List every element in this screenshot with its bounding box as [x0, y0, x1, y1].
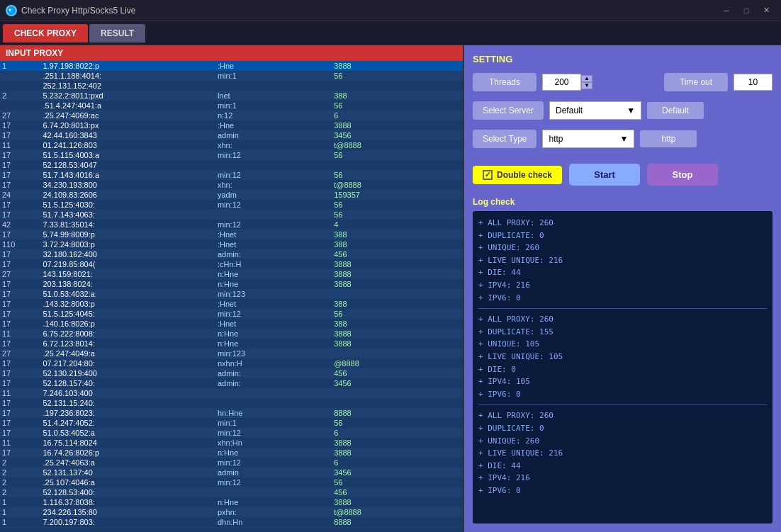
table-row[interactable]: 110 3.72.24:8003:p :Hnet 388	[0, 239, 463, 249]
close-button[interactable]: ✕	[757, 4, 775, 18]
start-button[interactable]: Start	[569, 164, 640, 186]
proxy-num: 27	[0, 269, 40, 279]
proxy-ip: 34.230.193:800	[40, 180, 215, 190]
table-row[interactable]: 11 01.241.126:803 xhn: t@8888	[0, 140, 463, 150]
table-row[interactable]: 27 143.159:8021: n:Hne 3888	[0, 269, 463, 279]
table-row[interactable]: 2 .25.247:4063:a min:12 6	[0, 458, 463, 468]
threads-input[interactable]	[542, 74, 581, 91]
double-check-label[interactable]: ✓ Double check	[473, 166, 562, 184]
double-check-checkbox[interactable]: ✓	[483, 170, 493, 180]
table-row[interactable]: 17 203.138:8024: n:Hne 3888	[0, 279, 463, 289]
table-row[interactable]: 17 51.0.53:4052:a min:12 6	[0, 428, 463, 438]
proxy-type: min:12	[215, 477, 332, 487]
proxy-scroll-area[interactable]: 1 1.97.198:8022:p :Hne 3888 .251.1.188:4…	[0, 61, 463, 528]
table-row[interactable]: 17 52.131.15:240:	[0, 398, 463, 408]
table-row[interactable]: 1 96.74.93:8029: :cHne 3888	[0, 527, 463, 528]
table-row[interactable]: 1 234.226.135:80 pxhn: t@8888	[0, 507, 463, 517]
table-row[interactable]: 11 6.75.222:8008: n:Hne 3888	[0, 329, 463, 339]
proxy-user: t@8888	[332, 140, 463, 150]
proxy-ip: 52.131.137:40	[40, 468, 215, 477]
table-row[interactable]: 17 07.219.85:804( :cHn:H 3888	[0, 259, 463, 269]
log-section: Log check + ALL PROXY: 260+ DUPLICATE: 0…	[473, 197, 772, 523]
threads-increment[interactable]: ▲	[581, 75, 592, 82]
table-row[interactable]: 252.131.152:402	[0, 81, 463, 91]
proxy-num: 17	[0, 150, 40, 160]
table-row[interactable]: 17 51.7.143:4016:a min:12 56	[0, 170, 463, 180]
table-row[interactable]: 17 16.74.26:8026:p n:Hne 3888	[0, 448, 463, 458]
table-row[interactable]: 17 52.128.157:40: admin: 3456	[0, 378, 463, 388]
proxy-num: 17	[0, 210, 40, 220]
select-type-label: Select Type	[473, 130, 536, 148]
table-row[interactable]: 17 .197.236:8023: hn:Hne 8888	[0, 408, 463, 418]
proxy-num: 17	[0, 378, 40, 388]
log-content[interactable]: + ALL PROXY: 260+ DUPLICATE: 0+ UNIQUE: …	[473, 211, 772, 523]
log-line: + ALL PROXY: 260	[478, 217, 767, 230]
table-row[interactable]: 17 .143.32:8003:p :Hnet 388	[0, 299, 463, 309]
table-row[interactable]: 17 32.180.162:400 admin: 456	[0, 249, 463, 259]
table-row[interactable]: 11 16.75.114:8024 xhn:Hn 3888	[0, 438, 463, 448]
proxy-type: :Hnet	[215, 319, 332, 329]
proxy-user	[332, 349, 463, 358]
select-server-dropdown[interactable]: Default ▼	[549, 101, 641, 120]
table-row[interactable]: 17 52.130.219:400 admin: 456	[0, 368, 463, 378]
table-row[interactable]: 1 7.200.197:803: dhn:Hn 8888	[0, 517, 463, 527]
table-row[interactable]: 1 1.116.37:8038: n:Hne 3888	[0, 497, 463, 507]
proxy-num	[0, 81, 40, 91]
table-row[interactable]: 17 51.4.247:4052: min:1 56	[0, 418, 463, 428]
proxy-ip: 51.7.143:4063:	[40, 210, 215, 220]
proxy-ip: 51.5.125:4045:	[40, 309, 215, 319]
maximize-button[interactable]: □	[737, 4, 755, 18]
select-server-label: Select Server	[473, 101, 544, 120]
tab-result[interactable]: RESULT	[89, 24, 145, 43]
table-row[interactable]: 2 .25.107:4046:a min:12 56	[0, 477, 463, 487]
proxy-ip: .143.32:8003:p	[40, 299, 215, 309]
table-row[interactable]: 17 51.5.125:4045: min:12 56	[0, 309, 463, 319]
proxy-ip: 52.128.53:400:	[40, 487, 215, 497]
proxy-user: 3888	[332, 259, 463, 269]
select-type-dropdown[interactable]: http ▼	[542, 130, 634, 148]
proxy-user: @8888	[332, 358, 463, 368]
proxy-ip: 52.128.53:4047	[40, 160, 215, 170]
table-row[interactable]: .251.1.188:4014: min:1 56	[0, 71, 463, 81]
select-server-value: Default	[556, 106, 583, 115]
table-row[interactable]: 17 52.128.53:4047	[0, 160, 463, 170]
proxy-user: 56	[332, 200, 463, 210]
timeout-input[interactable]	[734, 74, 772, 91]
input-proxy-header: INPUT PROXY	[0, 45, 463, 61]
proxy-ip: 234.226.135:80	[40, 507, 215, 517]
table-row[interactable]: 17 6.74.20:8013:px :Hne 3888	[0, 120, 463, 130]
stop-button[interactable]: Stop	[647, 164, 718, 186]
proxy-user: 56	[332, 150, 463, 160]
table-row[interactable]: 17 5.74.99:8009:p :Hnet 388	[0, 230, 463, 239]
proxy-user: 56	[332, 101, 463, 111]
table-row[interactable]: 17 07.217.204:80: nxhn:H @8888	[0, 358, 463, 368]
table-row[interactable]: 11 7.246.103:400	[0, 388, 463, 398]
table-row[interactable]: 2 5.232.2:8011:pxd lnet 388	[0, 91, 463, 101]
table-row[interactable]: .51.4.247:4041:a min:1 56	[0, 101, 463, 111]
tab-check-proxy[interactable]: CHECK PROXY	[3, 24, 88, 43]
table-row[interactable]: 27 .25.247:4069:ac n:12 6	[0, 111, 463, 120]
minimize-button[interactable]: ─	[717, 4, 736, 18]
table-row[interactable]: 2 52.128.53:400: 456	[0, 487, 463, 497]
table-row[interactable]: 2 52.131.137:40 admin 3456	[0, 468, 463, 477]
table-row[interactable]: 17 42.44.160:3843 admin 3456	[0, 130, 463, 140]
table-row[interactable]: 17 51.0.53:4032:a min:123	[0, 289, 463, 299]
table-row[interactable]: 17 6.72.123:8014: n:Hne 3888	[0, 339, 463, 349]
proxy-type: min:12	[215, 170, 332, 180]
table-row[interactable]: 17 51.5.115:4003:a min:12 56	[0, 150, 463, 160]
proxy-ip: 24.109.83:2606	[40, 190, 215, 200]
proxy-ip: 252.131.152:402	[40, 81, 215, 91]
table-row[interactable]: 1 1.97.198:8022:p :Hne 3888	[0, 61, 463, 71]
table-row[interactable]: 17 51.5.125:4030: min:12 56	[0, 200, 463, 210]
table-row[interactable]: 17 51.7.143:4063: 56	[0, 210, 463, 220]
table-row[interactable]: 24 24.109.83:2606 yadm 159357	[0, 190, 463, 200]
proxy-type: min:1	[215, 418, 332, 428]
table-row[interactable]: 17 .140.16:8026:p :Hnet 388	[0, 319, 463, 329]
proxy-user: t@8888	[332, 507, 463, 517]
proxy-ip: 3.72.24:8003:p	[40, 239, 215, 249]
table-row[interactable]: 17 34.230.193:800 xhn: t@8888	[0, 180, 463, 190]
proxy-type	[215, 160, 332, 170]
table-row[interactable]: 27 .25.247:4049:a min:123	[0, 349, 463, 358]
threads-decrement[interactable]: ▼	[581, 82, 592, 89]
table-row[interactable]: 42 7.33.81:35014: min:12 4	[0, 220, 463, 230]
